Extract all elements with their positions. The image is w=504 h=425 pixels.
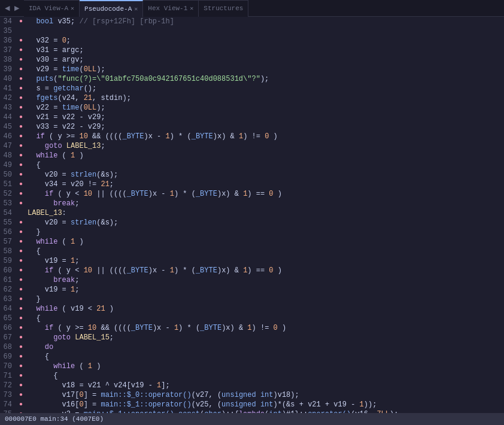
breakpoint-indicator[interactable]: [17, 161, 25, 169]
code-line-text: goto LABEL_15;: [28, 333, 114, 342]
table-row: 36 v32 = 0;: [0, 36, 499, 45]
breakpoint-indicator[interactable]: [17, 343, 25, 351]
breakpoint-indicator[interactable]: [17, 46, 25, 54]
line-number: 56: [0, 227, 17, 237]
breakpoint-indicator[interactable]: [17, 151, 25, 160]
table-row: 66 if ( y >= 10 && ((((_BYTE)x - 1) * (_…: [0, 323, 499, 333]
line-number: 72: [0, 381, 17, 390]
breakpoint-indicator[interactable]: [17, 362, 25, 371]
line-number: 68: [0, 342, 17, 352]
breakpoint-indicator[interactable]: [17, 218, 25, 227]
breakpoint-indicator[interactable]: [17, 295, 25, 303]
line-number: 46: [0, 132, 17, 141]
code-line-text: {: [28, 247, 41, 256]
code-line-text: goto LABEL_13;: [28, 141, 105, 151]
breakpoint-indicator[interactable]: [17, 353, 25, 361]
code-line-text: while ( 1 ): [28, 362, 101, 371]
tab-pseudocode-a-close[interactable]: ✕: [134, 5, 138, 13]
line-number: 53: [0, 199, 17, 208]
breakpoint-indicator[interactable]: [17, 247, 25, 256]
table-row: 61 break;: [0, 275, 499, 285]
table-row: 42 fgets(v24, 21, stdin);: [0, 93, 499, 103]
tab-ida-view-a[interactable]: IDA View-A ✕: [24, 0, 80, 17]
table-row: 44 v21 = v22 - v29;: [0, 113, 499, 122]
breakpoint-indicator[interactable]: [17, 27, 25, 35]
line-number: 58: [0, 247, 17, 256]
breakpoint-indicator[interactable]: [17, 113, 25, 122]
breakpoint-indicator[interactable]: [17, 391, 25, 399]
tab-hex-view-1[interactable]: Hex View-1 ✕: [143, 0, 199, 17]
line-number: 35: [0, 26, 17, 36]
breakpoint-indicator[interactable]: [17, 171, 25, 179]
breakpoint-indicator[interactable]: [17, 209, 25, 217]
breakpoint-indicator[interactable]: [17, 400, 25, 409]
breakpoint-indicator[interactable]: [17, 257, 25, 265]
breakpoint-indicator[interactable]: [17, 333, 25, 342]
code-line-text: break;: [28, 275, 79, 285]
breakpoint-indicator[interactable]: [17, 286, 25, 294]
breakpoint-indicator[interactable]: [17, 381, 25, 390]
line-number: 36: [0, 36, 17, 45]
line-number: 51: [0, 180, 17, 189]
tab-hex-view-1-close[interactable]: ✕: [190, 5, 193, 12]
line-number: 64: [0, 304, 17, 314]
line-number: 70: [0, 362, 17, 371]
tab-structures-label: Structures: [204, 5, 243, 12]
table-row: 56 }: [0, 227, 499, 237]
breakpoint-indicator[interactable]: [17, 142, 25, 150]
nav-forward-button[interactable]: ▶: [12, 3, 22, 13]
line-number: 52: [0, 189, 17, 199]
breakpoint-indicator[interactable]: [17, 314, 25, 323]
table-row: 59 v19 = 1;: [0, 256, 499, 266]
breakpoint-indicator[interactable]: [17, 75, 25, 83]
breakpoint-indicator[interactable]: [17, 123, 25, 131]
breakpoint-indicator[interactable]: [17, 276, 25, 284]
breakpoint-indicator[interactable]: [17, 266, 25, 275]
breakpoint-indicator[interactable]: [17, 238, 25, 246]
breakpoint-indicator[interactable]: [17, 324, 25, 332]
status-text: 000007E0 main:34 (4007E0): [5, 415, 104, 423]
line-number: 60: [0, 266, 17, 275]
tab-ida-view-a-close[interactable]: ✕: [71, 5, 74, 12]
code-line-text: s = getchar();: [28, 84, 96, 93]
breakpoint-indicator[interactable]: [17, 65, 25, 74]
table-row: 69 {: [0, 352, 499, 362]
code-line-text: {: [28, 314, 41, 323]
code-content[interactable]: 34 bool v35; // [rsp+12Fh] [rbp-1h]3536 …: [0, 17, 504, 413]
breakpoint-indicator[interactable]: [17, 228, 25, 236]
line-number: 44: [0, 113, 17, 122]
nav-back-button[interactable]: ◀: [2, 3, 12, 13]
tab-pseudocode-a[interactable]: Pseudocode-A ✕: [80, 0, 143, 17]
tab-hex-view-1-label: Hex View-1: [148, 5, 187, 12]
breakpoint-indicator[interactable]: [17, 17, 25, 26]
tab-pseudocode-a-label: Pseudocode-A: [84, 5, 132, 13]
table-row: 38 v30 = argv;: [0, 55, 499, 65]
breakpoint-indicator[interactable]: [17, 37, 25, 45]
breakpoint-indicator[interactable]: [17, 104, 25, 112]
tab-structures[interactable]: Structures: [199, 0, 248, 17]
breakpoint-indicator[interactable]: [17, 305, 25, 313]
line-number: 62: [0, 285, 17, 295]
code-line-text: if ( y < 10 || ((((_BYTE)x - 1) * (_BYTE…: [28, 266, 282, 275]
breakpoint-indicator[interactable]: [17, 190, 25, 198]
line-number: 47: [0, 141, 17, 151]
breakpoint-indicator[interactable]: [17, 84, 25, 93]
code-line-text: v17[0] = main::$_0::operator()(v27, (uns…: [28, 390, 299, 400]
breakpoint-indicator[interactable]: [17, 180, 25, 189]
status-bar: 000007E0 main:34 (4007E0): [0, 413, 504, 425]
code-line-text: while ( v19 < 21 ): [28, 304, 114, 314]
line-number: 45: [0, 122, 17, 132]
breakpoint-indicator[interactable]: [17, 56, 25, 64]
line-number: 43: [0, 103, 17, 113]
table-row: 67 goto LABEL_15;: [0, 333, 499, 342]
line-number: 54: [0, 208, 17, 218]
table-row: 71 {: [0, 371, 499, 381]
breakpoint-indicator[interactable]: [17, 94, 25, 102]
code-line-text: }: [28, 227, 41, 237]
table-row: 34 bool v35; // [rsp+12Fh] [rbp-1h]: [0, 17, 499, 26]
table-row: 48 while ( 1 ): [0, 151, 499, 160]
code-line-text: {: [28, 371, 57, 381]
breakpoint-indicator[interactable]: [17, 199, 25, 208]
breakpoint-indicator[interactable]: [17, 132, 25, 141]
breakpoint-indicator[interactable]: [17, 372, 25, 380]
